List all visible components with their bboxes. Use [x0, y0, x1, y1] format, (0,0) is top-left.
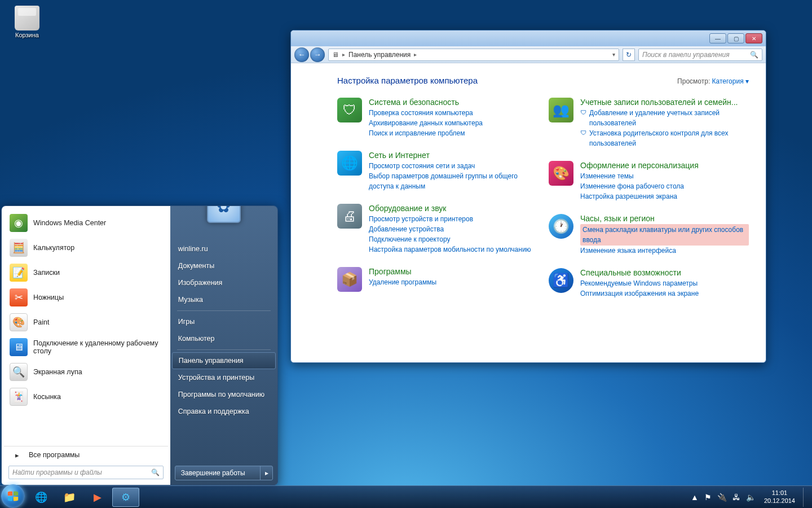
start-place-item[interactable]: Документы	[170, 257, 277, 274]
nav-back-button[interactable]: ←	[294, 47, 309, 62]
category-link[interactable]: Смена раскладки клавиатуры или других сп…	[580, 224, 749, 246]
window-titlebar[interactable]: — ▢ ✕	[291, 30, 766, 46]
show-desktop-button[interactable]	[803, 488, 810, 507]
start-search-input[interactable]: Найти программы и файлы 🔍	[8, 466, 164, 479]
category-link[interactable]: Настройка параметров мобильности по умол…	[369, 244, 531, 255]
start-program-rdp[interactable]: 🖥Подключение к удаленному рабочему столу	[4, 335, 168, 360]
start-user-name[interactable]: winline.ru	[170, 240, 277, 257]
windows-logo-icon	[7, 490, 19, 502]
category-title[interactable]: Часы, язык и регион	[580, 214, 749, 223]
category-link[interactable]: Удаление программы	[369, 277, 436, 287]
maximize-button[interactable]: ▢	[727, 33, 744, 43]
category-title[interactable]: Система и безопасность	[369, 98, 483, 107]
program-label: Калькулятор	[33, 244, 74, 252]
recycle-bin-label: Корзина	[10, 32, 44, 38]
program-label: Записки	[33, 269, 60, 277]
recycle-bin-icon	[15, 6, 39, 30]
search-icon: 🔍	[151, 468, 160, 476]
minimize-button[interactable]: —	[709, 33, 726, 43]
start-program-mag[interactable]: 🔍Экранная лупа	[4, 360, 168, 384]
start-program-calc[interactable]: 🧮Калькулятор	[4, 235, 168, 260]
shutdown-options-arrow[interactable]: ▸	[260, 466, 272, 480]
system-tray: ▲⚑🔌🖧🔈 11:01 20.12.2014	[688, 486, 812, 508]
close-button[interactable]: ✕	[745, 33, 762, 43]
control-panel-task[interactable]: ⚙	[112, 488, 139, 507]
tray-icon-0[interactable]: ▲	[688, 493, 701, 502]
start-menu-places-pane: ✿ winline.ru ДокументыИзображенияМузыкаИ…	[170, 206, 277, 485]
start-program-wmc[interactable]: ◉Windows Media Center	[4, 211, 168, 235]
category-link[interactable]: Просмотр устройств и принтеров	[369, 214, 531, 224]
category-link[interactable]: Рекомендуемые Windows параметры	[580, 278, 699, 288]
sol-icon: 🃏	[10, 388, 28, 406]
start-place-item[interactable]: Компьютер	[170, 330, 277, 347]
category-link[interactable]: Настройка разрешения экрана	[580, 191, 699, 202]
start-menu: ◉Windows Media Center🧮Калькулятор📝Записк…	[1, 205, 278, 485]
breadcrumb[interactable]: 🖥 ▸ Панель управления ▸ ▾	[328, 49, 619, 61]
category-link[interactable]: Добавление устройства	[369, 224, 531, 234]
recycle-bin[interactable]: Корзина	[10, 6, 44, 38]
start-program-notes[interactable]: 📝Записки	[4, 260, 168, 285]
net-icon: 🌐	[337, 151, 362, 176]
prog-icon: 📦	[337, 267, 362, 292]
breadcrumb-dropdown[interactable]: ▾	[612, 51, 615, 58]
start-place-item[interactable]: Изображения	[170, 274, 277, 291]
program-label: Paint	[33, 318, 50, 326]
breadcrumb-item[interactable]: Панель управления	[348, 51, 411, 59]
tray-icon-4[interactable]: 🔈	[743, 493, 758, 502]
tray-icon-3[interactable]: 🖧	[730, 493, 743, 502]
nav-forward-button[interactable]: →	[310, 47, 325, 62]
start-place-item[interactable]: Справка и поддержка	[170, 403, 277, 420]
all-programs[interactable]: Все программы	[4, 446, 168, 463]
category-title[interactable]: Программы	[369, 267, 436, 276]
category-pers: 🎨Оформление и персонализацияИзменение те…	[549, 161, 749, 202]
tray-icon-1[interactable]: ⚑	[701, 493, 714, 502]
calc-icon: 🧮	[10, 239, 28, 257]
category-prog: 📦ПрограммыУдаление программы	[337, 267, 537, 292]
explorer-icon[interactable]: 📁	[56, 488, 83, 507]
user-avatar[interactable]: ✿	[207, 205, 241, 223]
start-program-snip[interactable]: ✂Ножницы	[4, 285, 168, 310]
view-dropdown[interactable]: Категория ▾	[712, 77, 749, 85]
category-clock: 🕐Часы, язык и регионСмена раскладки клав…	[549, 214, 749, 256]
category-title[interactable]: Оформление и персонализация	[580, 161, 699, 170]
taskbar-clock[interactable]: 11:01 20.12.2014	[758, 489, 801, 505]
user-icon: 👥	[549, 98, 573, 122]
category-link[interactable]: Оптимизация изображения на экране	[580, 288, 699, 299]
pers-icon: 🎨	[549, 161, 573, 186]
category-link[interactable]: Изменение фона рабочего стола	[580, 181, 699, 191]
view-selector: Просмотр: Категория ▾	[677, 77, 749, 85]
category-link[interactable]: Архивирование данных компьютера	[369, 118, 483, 128]
start-program-paint[interactable]: 🎨Paint	[4, 310, 168, 335]
control-panel-body: Настройка параметров компьютера Просмотр…	[291, 63, 766, 362]
start-place-item[interactable]: Устройства и принтеры	[170, 369, 277, 386]
sys-icon: 🛡	[337, 98, 362, 122]
start-place-item[interactable]: Музыка	[170, 291, 277, 308]
refresh-button[interactable]: ↻	[623, 49, 635, 61]
category-title[interactable]: Сеть и Интернет	[369, 151, 537, 160]
start-program-sol[interactable]: 🃏Косынка	[4, 384, 168, 409]
shutdown-button[interactable]: Завершение работы ▸	[175, 466, 273, 480]
category-link[interactable]: Изменение темы	[580, 171, 699, 181]
category-title[interactable]: Оборудование и звук	[369, 204, 531, 213]
rdp-icon: 🖥	[10, 338, 28, 356]
search-input[interactable]: Поиск в панели управления 🔍	[638, 49, 762, 61]
ie-icon[interactable]: 🌐	[28, 488, 55, 507]
start-button[interactable]	[1, 484, 25, 508]
category-link[interactable]: Подключение к проектору	[369, 234, 531, 244]
category-title[interactable]: Учетные записи пользователей и семейн...	[580, 98, 749, 107]
start-place-item[interactable]: Игры	[170, 313, 277, 330]
program-label: Косынка	[33, 393, 61, 401]
category-link[interactable]: Поиск и исправление проблем	[369, 128, 483, 138]
category-link[interactable]: Проверка состояния компьютера	[369, 108, 483, 118]
category-link[interactable]: Изменение языка интерфейса	[580, 246, 749, 256]
category-link[interactable]: Просмотр состояния сети и задач	[369, 161, 537, 171]
tray-icon-2[interactable]: 🔌	[714, 493, 730, 502]
category-title[interactable]: Специальные возможности	[580, 268, 699, 277]
category-link[interactable]: Выбор параметров домашней группы и общег…	[369, 171, 537, 191]
category-link[interactable]: Добавление и удаление учетных записей по…	[580, 108, 749, 128]
wmp-icon[interactable]: ▶	[84, 488, 111, 507]
category-link[interactable]: Установка родительского контроля для все…	[580, 128, 749, 148]
category-user: 👥Учетные записи пользователей и семейн..…	[549, 98, 749, 148]
start-place-item[interactable]: Панель управления	[172, 352, 276, 369]
start-place-item[interactable]: Программы по умолчанию	[170, 386, 277, 403]
